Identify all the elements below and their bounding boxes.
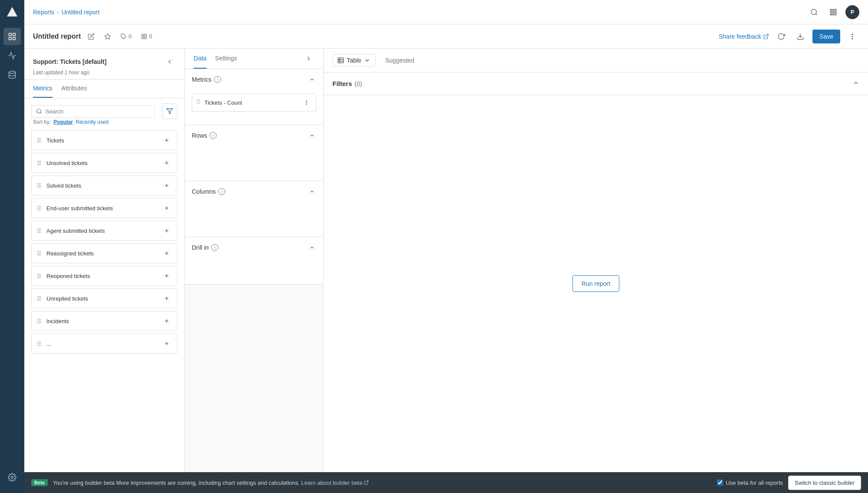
share-feedback-button[interactable]: Share feedback (719, 33, 769, 40)
rows-section-header[interactable]: Rows i (185, 125, 323, 146)
drill-in-section-header[interactable]: Drill in i (185, 237, 323, 258)
save-button[interactable]: Save (812, 30, 840, 43)
use-beta-checkbox[interactable]: Use beta for all reports (717, 480, 783, 486)
list-item[interactable]: Reopened tickets (31, 266, 178, 286)
filters-title: Filters (332, 80, 352, 87)
search-icon[interactable] (807, 5, 821, 19)
rows-section-toggle[interactable] (308, 131, 316, 140)
columns-info-icon[interactable]: i (218, 188, 225, 195)
metrics-list: Tickets Unsolved tickets Solved tickets (24, 129, 184, 472)
search-input[interactable] (46, 108, 150, 115)
drag-handle-icon (37, 227, 42, 234)
filter-button[interactable] (162, 103, 178, 119)
star-icon[interactable] (102, 30, 114, 43)
rows-info-icon[interactable]: i (210, 132, 217, 139)
svg-rect-3 (9, 37, 12, 40)
columns-section-title: Columns (192, 188, 216, 195)
logo[interactable] (5, 5, 19, 19)
drag-handle-icon (37, 295, 42, 302)
list-item[interactable]: Agent submitted tickets (31, 221, 178, 241)
tab-data[interactable]: Data (194, 49, 207, 69)
add-metric-button[interactable] (161, 203, 172, 213)
beta-badge: Beta (31, 479, 48, 486)
rows-section-body (185, 146, 323, 181)
add-metric-button[interactable] (161, 180, 172, 191)
nav-item-reports[interactable] (3, 47, 21, 64)
download-icon[interactable] (793, 30, 807, 43)
list-item[interactable]: Reassigned tickets (31, 243, 178, 263)
collapse-left-panel-icon[interactable] (164, 56, 176, 68)
report-header: Untitled report 0 0 Share feedback (24, 24, 868, 49)
metrics-section: Metrics i Tickets - Count (185, 69, 323, 125)
learn-link[interactable]: Learn about builder beta (301, 480, 369, 486)
more-options-icon[interactable] (845, 30, 859, 43)
metrics-section-title: Metrics (192, 76, 211, 83)
bookmarks-count: 0 (149, 33, 152, 40)
columns-section: Columns i (185, 181, 323, 237)
collapse-middle-panel-icon[interactable] (302, 53, 315, 65)
suggested-button[interactable]: Suggested (381, 54, 418, 66)
tab-metrics[interactable]: Metrics (33, 79, 53, 98)
nav-item-home[interactable] (3, 28, 21, 45)
tab-settings[interactable]: Settings (215, 49, 237, 69)
metrics-section-header[interactable]: Metrics i (185, 69, 323, 90)
filters-collapse-icon[interactable] (852, 79, 859, 88)
columns-section-body (185, 202, 323, 237)
viz-type-button[interactable]: Table (332, 54, 375, 67)
list-item[interactable]: ... (31, 334, 178, 354)
sort-popular[interactable]: Popular (53, 119, 73, 125)
switch-to-classic-button[interactable]: Switch to classic builder (788, 476, 861, 490)
nav-item-database[interactable] (3, 66, 21, 83)
list-item[interactable]: Tickets (31, 130, 178, 150)
list-item[interactable]: End-user submitted tickets (31, 198, 178, 218)
metrics-info-icon[interactable]: i (214, 76, 221, 83)
list-item[interactable]: Unreplied tickets (31, 288, 178, 308)
svg-rect-4 (13, 37, 16, 40)
run-report-button[interactable]: Run report (572, 275, 619, 292)
refresh-icon[interactable] (774, 30, 788, 43)
columns-section-toggle[interactable] (308, 187, 316, 196)
add-metric-button[interactable] (161, 225, 172, 236)
svg-rect-2 (13, 33, 16, 36)
add-metric-button[interactable] (161, 158, 172, 168)
drill-in-info-icon[interactable]: i (211, 244, 218, 251)
edit-title-icon[interactable] (85, 30, 97, 43)
add-metric-button[interactable] (161, 135, 172, 146)
list-item[interactable]: Solved tickets (31, 175, 178, 195)
drill-in-section-toggle[interactable] (308, 243, 316, 252)
apps-icon[interactable] (826, 5, 840, 19)
drag-handle-icon (37, 137, 42, 144)
nav-item-settings[interactable] (3, 469, 21, 486)
sort-by-label: Sort by: (33, 119, 51, 125)
add-metric-button[interactable] (161, 293, 172, 304)
sort-recently-used[interactable]: Recently used (76, 119, 108, 125)
add-metric-button[interactable] (161, 316, 172, 326)
svg-marker-18 (105, 33, 111, 39)
svg-point-52 (306, 100, 306, 101)
bookmarks-button[interactable]: 0 (138, 31, 155, 41)
search-box[interactable] (31, 105, 155, 118)
columns-section-header[interactable]: Columns i (185, 181, 323, 202)
tab-attributes[interactable]: Attributes (61, 79, 87, 98)
beta-checkbox-input[interactable] (717, 480, 723, 486)
report-title: Untitled report (33, 33, 81, 40)
user-avatar[interactable]: P (845, 5, 859, 19)
list-item[interactable]: Unsolved tickets (31, 153, 178, 173)
add-metric-button[interactable] (161, 338, 172, 349)
metrics-section-body: Tickets - Count (185, 90, 323, 125)
breadcrumb-separator: › (57, 9, 59, 16)
svg-line-59 (366, 481, 368, 483)
list-item[interactable]: Incidents (31, 311, 178, 331)
tags-button[interactable]: 0 (118, 31, 134, 41)
drag-handle-icon (37, 159, 42, 166)
add-metric-button[interactable] (161, 248, 172, 258)
svg-point-27 (852, 36, 853, 37)
breadcrumb-reports[interactable]: Reports (33, 9, 54, 16)
metric-name: Reopened tickets (46, 273, 161, 279)
svg-rect-20 (142, 34, 144, 36)
chip-more-icon[interactable] (301, 97, 312, 108)
metric-name: Tickets (46, 137, 161, 144)
metrics-section-toggle[interactable] (308, 75, 316, 84)
metric-chip[interactable]: Tickets - Count (192, 93, 316, 112)
add-metric-button[interactable] (161, 271, 172, 281)
